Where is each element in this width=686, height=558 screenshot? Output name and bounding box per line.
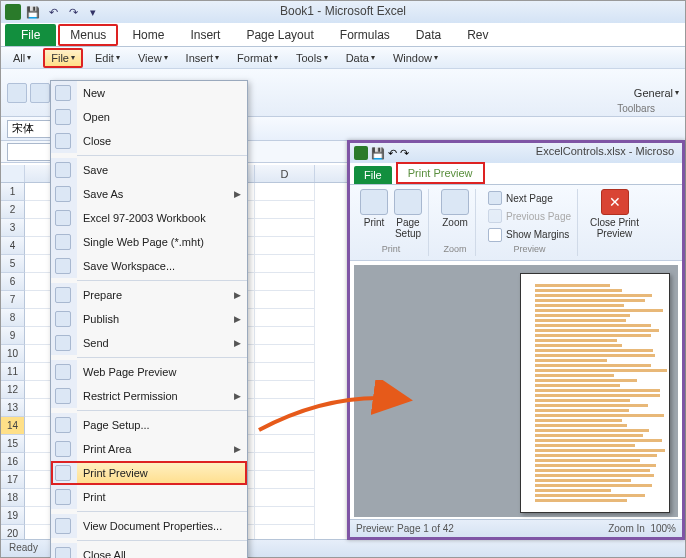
pp-zoom-button[interactable]: Zoom (441, 189, 469, 228)
row-header[interactable]: 3 (1, 219, 25, 237)
pp-tab-file[interactable]: File (354, 166, 392, 184)
menu-item-single-web[interactable]: Single Web Page (*.mht) (51, 230, 247, 254)
menu-tools[interactable]: Tools▾ (290, 50, 334, 66)
menu-item-web-preview[interactable]: Web Page Preview (51, 360, 247, 384)
menu-item-prepare[interactable]: Prepare▶ (51, 283, 247, 307)
row-header[interactable]: 9 (1, 327, 25, 345)
next-page-icon (488, 191, 502, 205)
cell[interactable] (255, 417, 315, 435)
cell[interactable] (255, 435, 315, 453)
menu-item-restrict[interactable]: Restrict Permission▶ (51, 384, 247, 408)
menu-item-close[interactable]: Close (51, 129, 247, 153)
row-header[interactable]: 7 (1, 291, 25, 309)
cell[interactable] (255, 219, 315, 237)
cell[interactable] (255, 201, 315, 219)
row-header[interactable]: 2 (1, 201, 25, 219)
menu-item-open[interactable]: Open (51, 105, 247, 129)
save-qat-icon[interactable]: 💾 (371, 147, 385, 160)
row-header[interactable]: 15 (1, 435, 25, 453)
pp-show-margins-checkbox[interactable]: Show Margins (488, 226, 569, 244)
cell[interactable] (255, 183, 315, 201)
menu-data[interactable]: Data▾ (340, 50, 381, 66)
row-header[interactable]: 18 (1, 489, 25, 507)
menu-item-send[interactable]: Send▶ (51, 331, 247, 355)
pp-print-button[interactable]: Print (360, 189, 388, 239)
pp-tab-print-preview[interactable]: Print Preview (396, 162, 485, 184)
redo-qat-icon[interactable]: ↷ (65, 4, 81, 20)
menu-window[interactable]: Window▾ (387, 50, 444, 66)
pp-page-setup-button[interactable]: Page Setup (394, 189, 422, 239)
menu-file[interactable]: File▾ (43, 48, 83, 68)
undo-qat-icon[interactable]: ↶ (388, 147, 397, 160)
menu-item-print[interactable]: Print (51, 485, 247, 509)
tab-formulas[interactable]: Formulas (328, 24, 402, 46)
menu-item-save[interactable]: Save (51, 158, 247, 182)
cell[interactable] (255, 399, 315, 417)
publish-icon (55, 311, 71, 327)
pp-close-preview-button[interactable]: Close Print Preview (590, 189, 639, 239)
cell[interactable] (255, 381, 315, 399)
tab-file[interactable]: File (5, 24, 56, 46)
cell[interactable] (255, 327, 315, 345)
col-header-d[interactable]: D (255, 165, 315, 182)
open-icon[interactable] (30, 83, 50, 103)
row-header[interactable]: 14 (1, 417, 25, 435)
row-header[interactable]: 12 (1, 381, 25, 399)
save-qat-icon[interactable]: 💾 (25, 4, 41, 20)
menu-item-close-all[interactable]: Close All (51, 543, 247, 558)
menu-item-view-props[interactable]: View Document Properties... (51, 514, 247, 538)
row-header[interactable]: 10 (1, 345, 25, 363)
qat-more-icon[interactable]: ▾ (85, 4, 101, 20)
select-all-corner[interactable] (1, 165, 25, 182)
menu-item-page-setup[interactable]: Page Setup... (51, 413, 247, 437)
menu-insert[interactable]: Insert▾ (180, 50, 226, 66)
pp-zoom-label[interactable]: Zoom In (608, 523, 645, 534)
cell[interactable] (255, 453, 315, 471)
menu-view[interactable]: View▾ (132, 50, 174, 66)
cell[interactable] (255, 471, 315, 489)
row-header[interactable]: 4 (1, 237, 25, 255)
row-header[interactable]: 16 (1, 453, 25, 471)
cell[interactable] (255, 255, 315, 273)
pp-preview-canvas[interactable] (354, 265, 678, 517)
tab-review[interactable]: Rev (455, 24, 500, 46)
menu-item-excel9703[interactable]: Excel 97-2003 Workbook (51, 206, 247, 230)
cell[interactable] (255, 363, 315, 381)
row-header[interactable]: 6 (1, 273, 25, 291)
menu-edit[interactable]: Edit▾ (89, 50, 126, 66)
menu-item-print-preview[interactable]: Print Preview (51, 461, 247, 485)
menu-all[interactable]: All▾ (7, 50, 37, 66)
tab-menus[interactable]: Menus (58, 24, 118, 46)
menu-item-save-workspace[interactable]: Save Workspace... (51, 254, 247, 278)
cell[interactable] (255, 309, 315, 327)
menu-item-publish[interactable]: Publish▶ (51, 307, 247, 331)
menu-item-save-as[interactable]: Save As▶ (51, 182, 247, 206)
row-header[interactable]: 17 (1, 471, 25, 489)
pp-next-page-button[interactable]: Next Page (488, 189, 553, 207)
menu-item-print-area[interactable]: Print Area▶ (51, 437, 247, 461)
undo-qat-icon[interactable]: ↶ (45, 4, 61, 20)
cell[interactable] (255, 237, 315, 255)
chevron-right-icon: ▶ (234, 391, 241, 401)
tab-insert[interactable]: Insert (178, 24, 232, 46)
tab-page-layout[interactable]: Page Layout (234, 24, 325, 46)
row-header[interactable]: 5 (1, 255, 25, 273)
redo-qat-icon[interactable]: ↷ (400, 147, 409, 160)
row-header[interactable]: 8 (1, 309, 25, 327)
new-icon[interactable] (7, 83, 27, 103)
pp-group-print: Print Page Setup Print (354, 189, 429, 256)
cell[interactable] (255, 273, 315, 291)
cell[interactable] (255, 291, 315, 309)
general-combo[interactable]: General▾ (634, 87, 679, 99)
cell[interactable] (255, 345, 315, 363)
tab-data[interactable]: Data (404, 24, 453, 46)
cell[interactable] (255, 507, 315, 525)
row-header[interactable]: 19 (1, 507, 25, 525)
row-header[interactable]: 1 (1, 183, 25, 201)
menu-format[interactable]: Format▾ (231, 50, 284, 66)
row-header[interactable]: 13 (1, 399, 25, 417)
tab-home[interactable]: Home (120, 24, 176, 46)
cell[interactable] (255, 489, 315, 507)
row-header[interactable]: 11 (1, 363, 25, 381)
menu-item-new[interactable]: New (51, 81, 247, 105)
